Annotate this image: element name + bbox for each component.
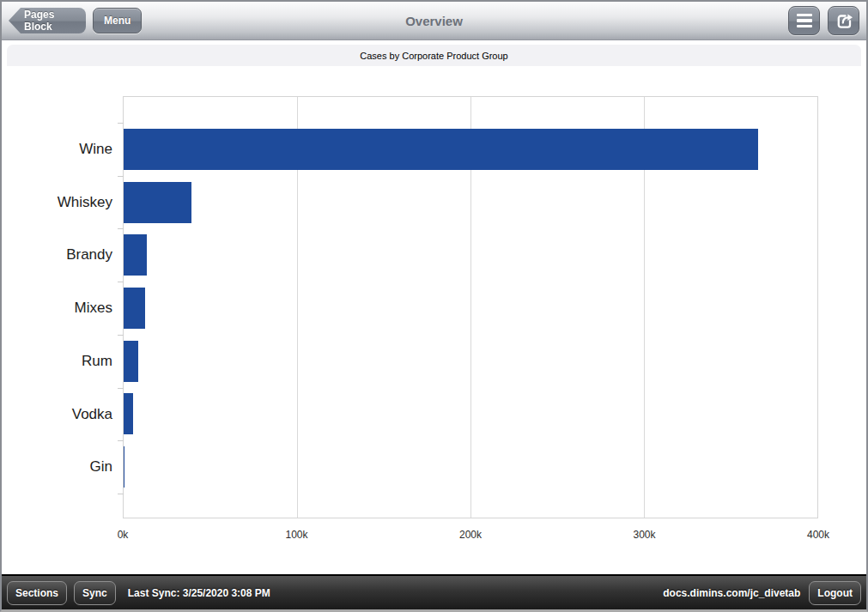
y-axis-tick <box>118 494 124 494</box>
top-bar-actions <box>788 6 859 35</box>
sections-button[interactable]: Sections <box>7 581 67 605</box>
y-axis-tick <box>118 282 124 282</box>
plot-area: WineWhiskeyBrandyMixesRumVodkaGin <box>123 96 818 518</box>
category-label: Mixes <box>3 282 112 335</box>
x-axis-tick-label: 100k <box>285 529 307 541</box>
category-label: Wine <box>3 123 112 176</box>
last-sync-status: Last Sync: 3/25/2020 3:08 PM <box>128 587 270 599</box>
category-label: Vodka <box>3 388 112 441</box>
bottom-bar: Sections Sync Last Sync: 3/25/2020 3:08 … <box>2 574 866 609</box>
bar-row: Brandy <box>124 228 817 282</box>
logout-button-label: Logout <box>817 587 853 599</box>
bar-row: Vodka <box>124 388 817 441</box>
menu-button[interactable]: Menu <box>93 8 142 33</box>
sync-button-label: Sync <box>82 587 107 599</box>
x-axis-tick-label: 0k <box>118 529 129 541</box>
x-axis-tick-label: 300k <box>633 529 655 541</box>
bar-row: Mixes <box>124 282 817 335</box>
bar-rum[interactable] <box>124 341 138 382</box>
bar-gin[interactable] <box>124 446 124 488</box>
bar-vodka[interactable] <box>124 393 133 434</box>
y-axis-tick <box>118 123 124 124</box>
category-label: Rum <box>3 335 112 388</box>
bar-chart: WineWhiskeyBrandyMixesRumVodkaGin 0k100k… <box>2 66 866 574</box>
category-label: Whiskey <box>3 176 112 229</box>
hamburger-icon <box>797 14 812 28</box>
bar-row: Whiskey <box>124 176 817 229</box>
pages-block-button-label: Pages Block <box>24 9 79 33</box>
bar-row: Gin <box>124 440 817 494</box>
bar-wine[interactable] <box>124 129 758 170</box>
chart-title: Cases by Corporate Product Group <box>360 51 507 61</box>
logout-button[interactable]: Logout <box>809 581 861 605</box>
bar-whiskey[interactable] <box>124 182 191 223</box>
y-axis-tick <box>118 335 124 336</box>
server-url: docs.dimins.com/jc_divetab <box>663 587 800 599</box>
menu-button-label: Menu <box>104 15 131 27</box>
category-label: Brandy <box>3 228 112 282</box>
sections-button-label: Sections <box>15 587 58 599</box>
x-axis-tick-label: 400k <box>807 529 829 541</box>
bar-rows: WineWhiskeyBrandyMixesRumVodkaGin <box>124 97 817 518</box>
bar-row: Rum <box>124 335 817 388</box>
sync-button[interactable]: Sync <box>74 581 116 605</box>
y-axis-tick <box>118 176 124 177</box>
x-axis-tick-label: 200k <box>459 529 482 541</box>
list-menu-button[interactable] <box>788 6 820 35</box>
bar-brandy[interactable] <box>124 234 147 276</box>
bar-row: Wine <box>124 123 817 176</box>
pages-block-button[interactable]: Pages Block <box>9 8 86 33</box>
y-axis-tick <box>118 440 124 441</box>
subtitle-wrap: Cases by Corporate Product Group <box>2 40 866 66</box>
y-axis-tick <box>118 228 124 229</box>
bottom-bar-right: docs.dimins.com/jc_divetab Logout <box>663 581 861 605</box>
share-icon <box>834 10 854 31</box>
chart-title-bar: Cases by Corporate Product Group <box>7 45 861 66</box>
top-bar: Pages Block Menu Overview <box>2 2 866 40</box>
share-button[interactable] <box>828 6 859 35</box>
y-axis-tick <box>118 388 124 389</box>
app-window: Pages Block Menu Overview Cases by Corpo… <box>0 0 868 612</box>
bar-mixes[interactable] <box>124 288 145 329</box>
category-label: Gin <box>3 440 112 494</box>
